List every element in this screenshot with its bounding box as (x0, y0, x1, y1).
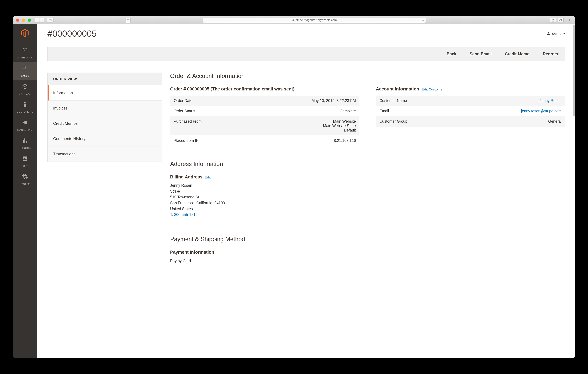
scrollbar[interactable] (573, 24, 575, 117)
back-button[interactable]: ← Back (441, 52, 456, 56)
reload-icon[interactable] (421, 18, 424, 22)
user-icon (546, 32, 550, 35)
ip-label: Placed from IP (170, 135, 247, 146)
sidebar-item-stores[interactable]: STORES (13, 152, 37, 171)
table-row: Order Date May 10, 2019, 8:22:23 PM (170, 96, 359, 106)
catalog-icon (22, 83, 28, 91)
send-email-button[interactable]: Send Email (470, 52, 492, 56)
svg-rect-6 (560, 19, 562, 21)
purchased-from-label: Purchased From (170, 116, 247, 135)
browser-window: ‹ › stripe-magento2.cryozonic.com + (13, 16, 575, 358)
table-row: Customer Name Jenny Rosen (376, 96, 565, 106)
sidebar-item-label: DASHBOARD (17, 56, 33, 59)
order-date-value: May 10, 2019, 8:22:23 PM (247, 96, 359, 106)
sidebar-item-catalog[interactable]: CATALOG (13, 80, 37, 98)
account-info-header: Account Information Edit Customer (376, 86, 565, 92)
maximize-icon[interactable] (28, 19, 31, 22)
sidebar-item-dashboard[interactable]: DASHBOARD (13, 44, 37, 62)
table-row: Placed from IP 8.21.168.116 (170, 135, 359, 146)
chevron-down-icon: ▾ (563, 31, 565, 36)
customers-icon (22, 101, 28, 109)
address-bar[interactable]: stripe-magento2.cryozonic.com (203, 18, 426, 23)
sidebar-item-reports[interactable]: REPORTS (13, 134, 37, 152)
billing-address-header: Billing Address Edit (170, 174, 565, 180)
sidebar-item-label: REPORTS (19, 146, 31, 149)
customer-group-value: General (456, 116, 565, 127)
minimize-icon[interactable] (22, 19, 25, 22)
ip-value: 8.21.168.116 (247, 135, 359, 146)
arrow-left-icon: ← (441, 52, 445, 56)
customer-email-link[interactable]: jenny.rosen@stripe.com (521, 109, 562, 113)
sidebar-item-sales[interactable]: SALES (13, 62, 37, 80)
order-status-label: Order Status (170, 106, 247, 116)
svg-rect-0 (49, 19, 52, 21)
reports-icon (22, 138, 28, 145)
table-row: Customer Group General (376, 116, 565, 127)
sidebar-item-label: SALES (21, 74, 29, 77)
billing-phone-link[interactable]: 800-555-1212 (174, 213, 198, 217)
tab-transactions[interactable]: Transactions (48, 146, 162, 162)
section-order-account: Order & Account Information (170, 73, 565, 82)
magento-logo[interactable] (21, 29, 29, 39)
page-header: #000000005 demo ▾ (47, 28, 565, 39)
reorder-button[interactable]: Reorder (543, 52, 558, 56)
order-status-value: Complete (247, 106, 359, 116)
tab-information[interactable]: Information (48, 85, 162, 100)
sidebar-item-customers[interactable]: CUSTOMERS (13, 98, 37, 116)
sidebar-item-label: CUSTOMERS (17, 110, 33, 113)
close-icon[interactable] (16, 19, 19, 22)
account-info-table: Customer Name Jenny Rosen Email jenny.ro… (376, 96, 565, 127)
order-details: Order & Account Information Order # 0000… (170, 73, 565, 263)
svg-rect-7 (560, 20, 561, 21)
order-view-header: ORDER VIEW (48, 73, 162, 85)
customer-group-label: Customer Group (376, 116, 456, 127)
account-info-block: Account Information Edit Customer Custom… (376, 86, 565, 146)
payment-info-header: Payment Information (170, 250, 565, 255)
sidebar-item-label: SYSTEM (20, 182, 30, 185)
sidebar-item-system[interactable]: SYSTEM (13, 171, 37, 189)
sidebar-item-marketing[interactable]: MARKETING (13, 116, 37, 134)
tabs-button[interactable] (558, 18, 564, 23)
table-row: Purchased From Main Website Main Website… (170, 116, 359, 135)
titlebar-right: + (550, 16, 572, 24)
payment-method: Pay by Card (170, 259, 565, 263)
order-view-tabs: ORDER VIEW Information Invoices Credit M… (47, 73, 162, 162)
customer-name-link[interactable]: Jenny Rosen (540, 98, 562, 103)
sidebar-item-label: MARKETING (17, 128, 33, 131)
reader-button[interactable] (125, 18, 131, 23)
system-icon (22, 173, 28, 181)
user-name: demo (552, 31, 562, 36)
edit-billing-link[interactable]: Edit (205, 175, 211, 179)
admin-sidebar: DASHBOARD SALES CATALOG CUSTOMERS MARKET… (13, 24, 37, 358)
order-info-table: Order Date May 10, 2019, 8:22:23 PM Orde… (170, 96, 359, 146)
user-menu[interactable]: demo ▾ (546, 31, 565, 36)
tab-invoices[interactable]: Invoices (48, 100, 162, 116)
table-row: Email jenny.rosen@stripe.com (376, 106, 565, 116)
credit-memo-button[interactable]: Credit Memo (505, 52, 530, 56)
sidebar-toggle-button[interactable] (47, 18, 53, 23)
page-title: #000000005 (47, 28, 97, 39)
edit-customer-link[interactable]: Edit Customer (422, 87, 444, 91)
dashboard-icon (22, 47, 28, 55)
main-content: #000000005 demo ▾ ← Back Send Email Cred… (37, 24, 575, 358)
url-text: stripe-magento2.cryozonic.com (296, 18, 337, 22)
forward-button[interactable]: › (40, 18, 44, 23)
new-tab-button[interactable]: + (567, 16, 572, 24)
customer-email-label: Email (376, 106, 456, 116)
tab-comments-history[interactable]: Comments History (48, 131, 162, 146)
titlebar: ‹ › stripe-magento2.cryozonic.com + (13, 16, 575, 24)
order-summary-block: Order # 000000005 (The order confirmatio… (170, 86, 359, 146)
section-payment-shipping: Payment & Shipping Method (170, 236, 565, 245)
section-address-info: Address Information (170, 160, 565, 170)
window-controls (16, 19, 31, 22)
back-button[interactable]: ‹ (35, 18, 40, 23)
order-number-header: Order # 000000005 (The order confirmatio… (170, 86, 359, 92)
billing-address: Jenny Rosen Stripe 510 Townsend St. San … (170, 182, 565, 218)
sales-icon (22, 65, 28, 73)
sidebar-item-label: STORES (20, 164, 30, 167)
table-row: Order Status Complete (170, 106, 359, 116)
stores-icon (22, 155, 28, 163)
tab-credit-memos[interactable]: Credit Memos (48, 116, 162, 131)
purchased-from-value: Main Website Main Website Store Default (247, 116, 359, 135)
share-button[interactable] (550, 18, 556, 23)
